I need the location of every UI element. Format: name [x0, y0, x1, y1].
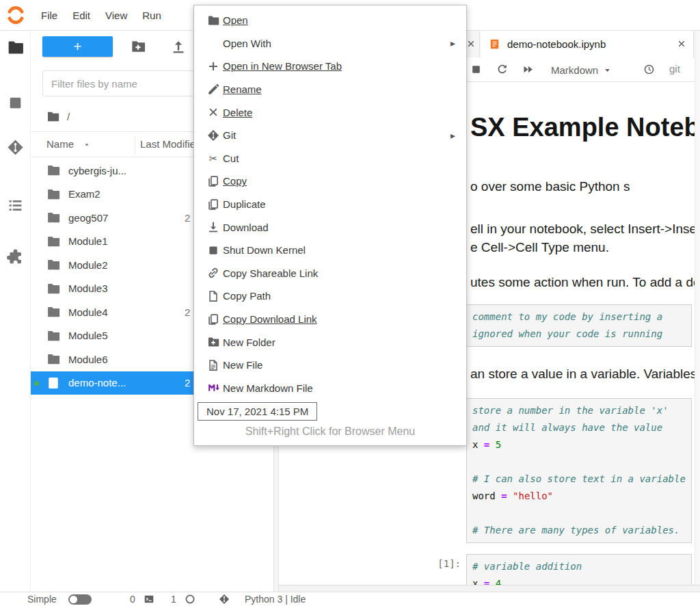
- context-menu-item-download[interactable]: Download: [194, 215, 466, 239]
- terminals-count: 0: [130, 592, 135, 606]
- code-line[interactable]: [472, 453, 686, 471]
- context-menu-item-copy-path[interactable]: Copy Path: [194, 285, 466, 308]
- git-toolbar-label[interactable]: git: [669, 63, 680, 75]
- checkpoint-clock-icon[interactable]: [643, 64, 655, 75]
- horizontal-scrollbar[interactable]: [279, 585, 700, 592]
- file-modified: 2: [185, 212, 190, 224]
- menu-file[interactable]: File: [33, 10, 65, 21]
- context-menu-label: Copy Download Link: [223, 313, 317, 325]
- new-folder-button[interactable]: [131, 39, 146, 54]
- folder-icon: [46, 211, 60, 224]
- download-icon: [207, 221, 219, 233]
- tab-demo-notebook[interactable]: demo-notebook.ipynb: [481, 31, 694, 57]
- menu-edit[interactable]: Edit: [65, 10, 98, 21]
- menu-run[interactable]: Run: [135, 10, 169, 21]
- file-name: demo-note...: [68, 377, 126, 388]
- markdown-text: o over some basic Python s: [470, 179, 695, 194]
- code-cell[interactable]: # variable additionx = 4: [466, 554, 692, 585]
- kernel-status[interactable]: Python 3 | Idle: [245, 592, 306, 606]
- interrupt-kernel-button[interactable]: [470, 64, 482, 75]
- close-icon[interactable]: [466, 39, 476, 49]
- file-timestamp: Nov 17, 2021 4:15 PM: [198, 402, 317, 421]
- context-menu-label: Copy: [223, 175, 247, 187]
- close-icon: [207, 106, 219, 118]
- context-menu-item-open-in-new-browser-tab[interactable]: Open in New Browser Tab: [194, 55, 466, 78]
- code-line[interactable]: # variable addition: [472, 558, 686, 575]
- context-menu-item-open-with[interactable]: Open With▸: [194, 32, 466, 55]
- upload-button[interactable]: [171, 39, 186, 54]
- context-menu-item-new-folder[interactable]: New Folder: [194, 330, 466, 354]
- sidebar-git-icon[interactable]: [7, 139, 24, 156]
- context-menu-item-copy-shareable-link[interactable]: Copy Shareable Link: [194, 262, 466, 285]
- new-launcher-button[interactable]: +: [42, 36, 113, 57]
- context-menu-item-new-markdown-file[interactable]: New Markdown File: [194, 377, 466, 400]
- sidebar-file-browser-icon[interactable]: [7, 39, 24, 56]
- code-line[interactable]: [472, 505, 686, 522]
- context-menu-item-delete[interactable]: Delete: [194, 101, 466, 124]
- code-cell[interactable]: store a number in the variable 'x'and it…: [466, 398, 692, 543]
- folder-icon: [46, 235, 60, 248]
- file-icon: [207, 290, 219, 302]
- sidebar-running-sessions-icon[interactable]: [7, 94, 24, 111]
- context-menu-label: New Markdown File: [223, 382, 313, 394]
- vertical-scrollbar[interactable]: [695, 31, 700, 585]
- sidebar-table-of-contents-icon[interactable]: [7, 197, 24, 214]
- copy-icon: [207, 175, 219, 187]
- code-cell[interactable]: comment to my code by inserting aignored…: [466, 304, 692, 347]
- column-header-name[interactable]: Name: [46, 138, 74, 150]
- copy-icon: [207, 198, 219, 211]
- context-menu-label: Delete: [223, 107, 252, 118]
- simple-mode-label: Simple: [27, 592, 57, 606]
- context-menu-item-duplicate[interactable]: Duplicate: [194, 193, 466, 216]
- context-menu-item-copy[interactable]: Copy: [194, 170, 466, 193]
- sort-ascending-icon: [83, 142, 91, 148]
- notebook-icon: [46, 376, 60, 390]
- breadcrumb-root[interactable]: /: [67, 111, 70, 122]
- link-icon: [207, 267, 219, 279]
- git-status-icon[interactable]: [219, 594, 230, 605]
- context-menu-item-open[interactable]: Open: [194, 9, 466, 32]
- restart-kernel-button[interactable]: [496, 64, 508, 75]
- context-menu-item-new-file[interactable]: New File: [194, 354, 466, 377]
- code-line[interactable]: ignored when your code is running: [472, 326, 686, 343]
- context-menu-item-rename[interactable]: Rename: [194, 78, 466, 101]
- code-line[interactable]: store a number in the variable 'x': [472, 402, 686, 419]
- cell-type-dropdown[interactable]: Markdown: [551, 61, 612, 79]
- code-line[interactable]: word = "hello": [472, 488, 686, 505]
- jupyter-logo-icon: [5, 5, 26, 25]
- terminal-icon[interactable]: [144, 594, 154, 605]
- context-menu-item-copy-download-link[interactable]: Copy Download Link: [194, 308, 466, 331]
- sidebar-extensions-icon[interactable]: [7, 248, 24, 265]
- restart-run-all-button[interactable]: [522, 64, 534, 75]
- column-header-modified[interactable]: Last Modified: [140, 138, 201, 150]
- notebook-heading: SX Example Notebook: [470, 113, 695, 142]
- tab-label: demo-notebook.ipynb: [507, 31, 606, 57]
- submenu-arrow-icon: ▸: [450, 130, 455, 141]
- context-menu-label: New File: [223, 359, 262, 371]
- file-modified: 2: [185, 306, 190, 318]
- code-line[interactable]: x = 5: [472, 436, 686, 453]
- menu-view[interactable]: View: [98, 10, 135, 21]
- context-menu-item-shut-down-kernel[interactable]: Shut Down Kernel: [194, 239, 466, 262]
- folder-icon: [207, 14, 219, 27]
- markdown-text: e Cell->Cell Type menu.: [470, 240, 695, 255]
- home-folder-icon[interactable]: [46, 110, 59, 123]
- code-line[interactable]: comment to my code by inserting a: [472, 308, 686, 326]
- code-line[interactable]: # There are many types of variables.: [472, 522, 686, 539]
- folder-icon: [46, 258, 60, 272]
- context-menu-label: Cut: [223, 153, 239, 164]
- notebook-icon: [489, 38, 500, 50]
- simple-mode-toggle[interactable]: [68, 594, 92, 605]
- context-menu-item-cut[interactable]: ✂Cut: [194, 147, 466, 170]
- git-icon: [207, 129, 219, 142]
- folder-plus-icon: [207, 336, 219, 348]
- context-menu-item-git[interactable]: Git▸: [194, 124, 466, 147]
- kernel-icon[interactable]: [185, 594, 196, 605]
- close-icon[interactable]: [677, 39, 686, 49]
- code-line[interactable]: x = 4: [472, 575, 686, 585]
- code-line[interactable]: and it will always have the value: [472, 419, 686, 436]
- plus-icon: [207, 60, 219, 73]
- code-line[interactable]: # I can also store text in a variable. B…: [472, 471, 686, 488]
- context-menu-label: Rename: [223, 83, 262, 95]
- context-menu-label: Open With: [223, 38, 271, 49]
